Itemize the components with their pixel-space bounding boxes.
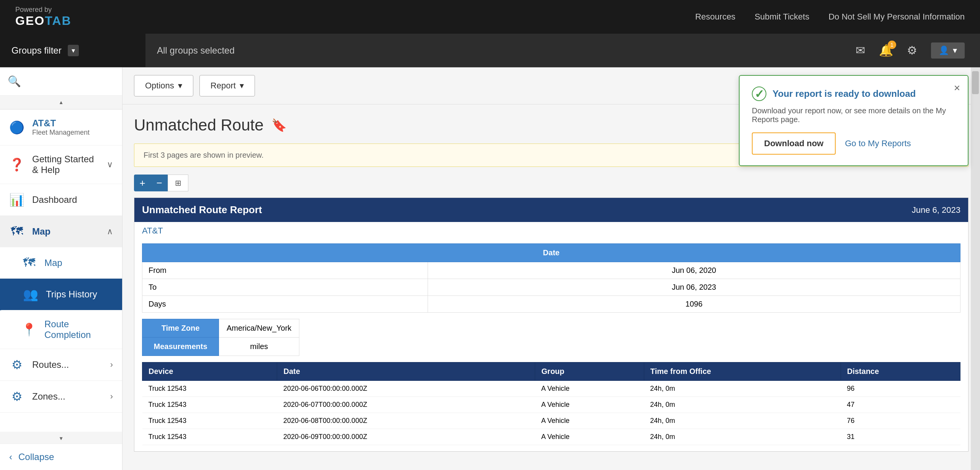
timezone-label: Time Zone: [142, 319, 219, 338]
top-navigation-bar: Powered by GEOTAB Resources Submit Ticke…: [0, 0, 980, 34]
route-completion-icon: 📍: [21, 322, 37, 337]
map-icon: 🗺: [21, 256, 37, 270]
report-header-row: Unmatched Route Report June 6, 2023: [134, 198, 968, 222]
cell-device: Truck 12543: [142, 413, 277, 429]
map-section-arrow: ∧: [107, 227, 113, 237]
zones-icon: ⚙: [9, 389, 24, 404]
trips-history-label: Trips History: [46, 289, 113, 300]
popup-title: Your report is ready to download: [773, 88, 916, 99]
cell-date: 2020-06-09T00:00:00.000Z: [277, 429, 535, 445]
measurements-row: Measurements miles: [142, 338, 299, 356]
download-now-button[interactable]: Download now: [752, 132, 836, 155]
submit-tickets-link[interactable]: Submit Tickets: [755, 12, 809, 22]
getting-started-label: Getting Started & Help: [32, 154, 99, 175]
date-from-value: Jun 06, 2020: [428, 262, 960, 279]
cell-distance: 96: [841, 381, 960, 397]
logo-tab: TAB: [45, 14, 71, 28]
filter-bar: Groups filter ▾ All groups selected ✉ 🔔 …: [0, 34, 980, 67]
bookmark-icon[interactable]: 🔖: [271, 118, 287, 132]
resources-link[interactable]: Resources: [695, 12, 735, 22]
date-from-row: From Jun 06, 2020: [142, 262, 960, 279]
timezone-row: Time Zone America/New_York: [142, 319, 299, 338]
groups-filter-button[interactable]: Groups filter ▾: [0, 34, 145, 67]
sidebar-search[interactable]: 🔍: [0, 67, 122, 96]
preview-notice-text: First 3 pages are shown in preview.: [144, 151, 264, 159]
sidebar-company: 🔵 AT&T Fleet Management: [0, 109, 122, 145]
col-device: Device: [142, 362, 277, 381]
col-group: Group: [535, 362, 644, 381]
sidebar-item-routes[interactable]: ⚙ Routes... ›: [0, 349, 122, 381]
sidebar-item-zones[interactable]: ⚙ Zones... ›: [0, 381, 122, 413]
sidebar-scroll-up[interactable]: ▲: [0, 96, 122, 109]
route-completion-label: Route Completion: [44, 319, 113, 340]
sidebar-item-route-completion[interactable]: 📍 Route Completion: [0, 310, 122, 349]
options-button[interactable]: Options ▾: [134, 75, 193, 96]
map-section-label: Map: [32, 226, 99, 237]
company-info: AT&T Fleet Management: [32, 118, 90, 137]
cell-group: A Vehicle: [535, 381, 644, 397]
cell-distance: 31: [841, 429, 960, 445]
date-to-row: To Jun 06, 2023: [142, 279, 960, 296]
company-name: AT&T: [32, 118, 90, 129]
table-row: Truck 12543 2020-06-07T00:00:00.000Z A V…: [142, 397, 960, 413]
report-button[interactable]: Report ▾: [199, 75, 255, 96]
report-date-cell: June 6, 2023: [912, 205, 960, 215]
zoom-out-button[interactable]: −: [151, 175, 168, 191]
sidebar-item-trips-history[interactable]: 👥 Trips History: [0, 279, 122, 310]
cell-group: A Vehicle: [535, 397, 644, 413]
measurements-value: miles: [219, 338, 299, 356]
user-icon: 👤: [939, 46, 949, 55]
cell-group: A Vehicle: [535, 429, 644, 445]
go-to-my-reports-link[interactable]: Go to My Reports: [845, 139, 911, 149]
date-table: Date From Jun 06, 2020 To Jun 06, 2023: [142, 243, 960, 313]
table-row: Truck 12543 2020-06-08T00:00:00.000Z A V…: [142, 413, 960, 429]
map-section-icon: 🗺: [9, 224, 24, 238]
routes-icon: ⚙: [9, 357, 24, 372]
date-days-value: 1096: [428, 296, 960, 313]
do-not-sell-link[interactable]: Do Not Sell My Personal Information: [828, 12, 965, 22]
sidebar-item-map-section[interactable]: 🗺 Map ∧: [0, 216, 122, 247]
main-data-table: Device Date Group Time from Office Dista…: [142, 362, 960, 445]
filter-bar-icons: ✉ 🔔 1 ⚙ 👤 ▾: [856, 42, 980, 59]
sidebar-item-getting-started[interactable]: ❓ Getting Started & Help ∨: [0, 145, 122, 184]
data-table-header-row: Device Date Group Time from Office Dista…: [142, 362, 960, 381]
cell-distance: 76: [841, 413, 960, 429]
user-account-button[interactable]: 👤 ▾: [931, 42, 965, 59]
cell-time-from-office: 24h, 0m: [644, 429, 841, 445]
cell-time-from-office: 24h, 0m: [644, 413, 841, 429]
popup-description: Download your report now, or see more de…: [752, 106, 956, 124]
cell-time-from-office: 24h, 0m: [644, 381, 841, 397]
popup-close-button[interactable]: ×: [954, 82, 960, 94]
company-subtitle: Fleet Management: [32, 129, 90, 137]
dashboard-label: Dashboard: [32, 194, 113, 205]
table-row: Truck 12543 2020-06-09T00:00:00.000Z A V…: [142, 429, 960, 445]
mail-icon-button[interactable]: ✉: [856, 44, 865, 57]
right-scrollbar[interactable]: [971, 67, 980, 470]
notification-icon-button[interactable]: 🔔 1: [879, 44, 893, 57]
sidebar-collapse-button[interactable]: ‹ Collapse: [0, 444, 122, 470]
content-area: Options ▾ Report ▾ ✓ Your report is read…: [122, 67, 980, 470]
sidebar-item-dashboard[interactable]: 📊 Dashboard: [0, 184, 122, 216]
cell-date: 2020-06-07T00:00:00.000Z: [277, 397, 535, 413]
date-days-row: Days 1096: [142, 296, 960, 313]
top-nav-links: Resources Submit Tickets Do Not Sell My …: [695, 12, 965, 22]
date-table-header: Date: [142, 244, 960, 262]
cell-date: 2020-06-06T00:00:00.000Z: [277, 381, 535, 397]
search-icon[interactable]: 🔍: [8, 75, 21, 87]
powered-by-text: Powered by: [15, 6, 52, 14]
routes-label: Routes...: [32, 359, 103, 370]
report-arrow: ▾: [240, 81, 244, 91]
report-label: Report: [211, 81, 236, 91]
help-icon: ❓: [9, 157, 24, 172]
fit-page-button[interactable]: ⊞: [168, 175, 188, 191]
col-distance: Distance: [841, 362, 960, 381]
main-layout: 🔍 ▲ 🔵 AT&T Fleet Management ❓ Getting St…: [0, 67, 980, 470]
logo-geo: GEO: [15, 14, 45, 28]
measurements-label: Measurements: [142, 338, 219, 356]
date-to-label: To: [142, 279, 428, 296]
check-icon: ✓: [752, 86, 766, 101]
cell-device: Truck 12543: [142, 397, 277, 413]
zoom-in-button[interactable]: +: [134, 175, 151, 191]
sidebar-item-map[interactable]: 🗺 Map: [0, 247, 122, 279]
settings-icon-button[interactable]: ⚙: [907, 44, 917, 57]
